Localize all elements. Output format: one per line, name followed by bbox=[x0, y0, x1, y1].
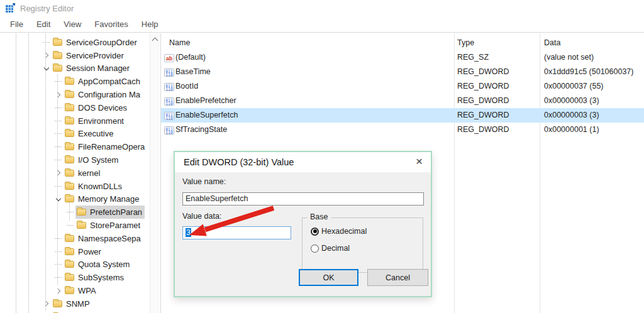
tree-item-prefetchparan[interactable]: PrefetchParan bbox=[0, 206, 150, 219]
tree-item-environment[interactable]: Environment bbox=[0, 114, 150, 128]
tree-item-filerenameopera[interactable]: FileRenameOpera bbox=[0, 140, 150, 153]
tree-item-i-o-system[interactable]: I/O System bbox=[0, 153, 150, 167]
menu-item-favorites[interactable]: Favorites bbox=[89, 18, 133, 30]
tree-item-serviceprovider[interactable]: ServiceProvider bbox=[0, 49, 150, 62]
registry-tree-pane: ServiceGroupOrderServiceProviderSession … bbox=[0, 33, 150, 313]
list-row-default[interactable]: ab (Default)REG_SZ(value not set) bbox=[161, 50, 644, 65]
tree-item-storeparamet[interactable]: StoreParamet bbox=[0, 219, 150, 232]
tree-scrollbar[interactable] bbox=[150, 33, 160, 313]
cell-type: REG_DWORD bbox=[457, 94, 509, 108]
cancel-button[interactable]: Cancel bbox=[367, 269, 428, 286]
tree-connector bbox=[53, 114, 64, 128]
list-row-bootid[interactable]: 011 110 BootIdREG_DWORD0x00000037 (55) bbox=[161, 79, 644, 94]
tree-item-appcompatcach[interactable]: AppCompatCach bbox=[0, 75, 150, 88]
menu-item-file[interactable]: File bbox=[5, 18, 28, 30]
reg-string-glyph: ab bbox=[164, 54, 174, 62]
svg-text:110: 110 bbox=[165, 130, 173, 135]
folder-icon bbox=[65, 91, 74, 98]
tree-item-label: Session Manager bbox=[66, 63, 130, 73]
folder-icon bbox=[53, 39, 62, 46]
radio-label: Hexadecimal bbox=[321, 227, 367, 236]
tree-item-dos-devices[interactable]: DOS Devices bbox=[0, 101, 150, 114]
radio-option-decimal[interactable]: Decimal bbox=[311, 243, 350, 253]
tree-item-memory-manage[interactable]: Memory Manage bbox=[0, 193, 150, 206]
cell-data: 0x00000037 (55) bbox=[544, 79, 604, 94]
scrollbar-up-icon[interactable] bbox=[152, 38, 158, 44]
tree-item-label: AppCompatCach bbox=[78, 77, 140, 86]
tree-item-label: kernel bbox=[78, 168, 100, 178]
close-icon[interactable]: × bbox=[416, 155, 423, 168]
list-row-enablesuperfetch[interactable]: 011 110 EnableSuperfetchREG_DWORD0x00000… bbox=[161, 108, 644, 123]
chevron-down-icon[interactable] bbox=[53, 193, 64, 206]
tree-item-executive[interactable]: Executive bbox=[0, 128, 150, 141]
folder-icon bbox=[65, 235, 74, 242]
cell-name: SfTracingState bbox=[175, 123, 227, 137]
folder-icon bbox=[65, 118, 74, 124]
chevron-right-icon[interactable] bbox=[53, 284, 64, 297]
base-groupbox-label: Base bbox=[308, 212, 331, 221]
value-data-field[interactable]: 3 bbox=[182, 226, 291, 239]
tree: ServiceGroupOrderServiceProviderSession … bbox=[0, 36, 150, 313]
tree-item-label: DOS Devices bbox=[78, 103, 127, 113]
reg-dword-icon: 011 110 bbox=[164, 68, 174, 76]
chevron-right-icon[interactable] bbox=[53, 167, 64, 180]
tree-item-label: ServiceGroupOrder bbox=[66, 38, 137, 47]
chevron-right-icon[interactable] bbox=[41, 49, 52, 62]
radio-option-hexadecimal[interactable]: Hexadecimal bbox=[311, 226, 367, 236]
tree-connector bbox=[53, 258, 64, 272]
tree-item-label: Quota System bbox=[78, 260, 130, 269]
folder-icon bbox=[65, 261, 74, 268]
chevron-right-icon[interactable] bbox=[41, 297, 52, 310]
tree-item-subsystems[interactable]: SubSystems bbox=[0, 271, 150, 284]
tree-item-wpa[interactable]: WPA bbox=[0, 284, 150, 297]
chevron-down-icon[interactable] bbox=[41, 62, 52, 75]
list-row-basetime[interactable]: 011 110 BaseTimeREG_DWORD0x1ddd91c5 (501… bbox=[161, 65, 644, 79]
tree-item-label: SNMP bbox=[66, 299, 90, 309]
tree-item-label: Executive bbox=[78, 129, 113, 138]
tree-item-power[interactable]: Power bbox=[0, 245, 150, 258]
tree-item-label: Environment bbox=[78, 116, 124, 126]
folder-icon bbox=[53, 52, 62, 59]
tree-item-configuration-ma[interactable]: Configuration Ma bbox=[0, 88, 150, 101]
list-header: Name Type Data bbox=[161, 35, 644, 51]
cell-data: 0x1ddd91c5 (501060037) bbox=[544, 65, 633, 79]
folder-icon bbox=[65, 195, 74, 202]
title-bar: Registry Editor bbox=[0, 0, 644, 16]
reg-dword-glyph: 011 110 bbox=[164, 97, 174, 106]
tree-item-quota-system[interactable]: Quota System bbox=[0, 258, 150, 272]
tree-item-knowndlls[interactable]: KnownDLLs bbox=[0, 180, 150, 193]
tree-item-namespacesepa[interactable]: NamespaceSepa bbox=[0, 232, 150, 245]
radio-checked-icon[interactable] bbox=[311, 228, 319, 236]
menu-item-view[interactable]: View bbox=[58, 18, 86, 30]
value-name-field[interactable]: EnableSuperfetch bbox=[182, 192, 424, 206]
folder-icon bbox=[65, 143, 74, 150]
tree-item-session-manager[interactable]: Session Manager bbox=[0, 62, 150, 75]
reg-dword-glyph: 011 110 bbox=[164, 83, 174, 91]
chevron-right-icon[interactable] bbox=[53, 88, 64, 101]
menu-item-edit[interactable]: Edit bbox=[31, 18, 55, 30]
tree-connector bbox=[53, 75, 64, 88]
dialog-title: Edit DWORD (32-bit) Value bbox=[184, 157, 294, 167]
radio-unchecked-icon[interactable] bbox=[311, 244, 319, 253]
list-row-enableprefetcher[interactable]: 011 110 EnablePrefetcherREG_DWORD0x00000… bbox=[161, 94, 644, 108]
dialog-title-bar[interactable]: Edit DWORD (32-bit) Value × bbox=[175, 152, 431, 172]
tree-item-partial[interactable] bbox=[0, 310, 150, 313]
tree-connector bbox=[53, 271, 64, 284]
value-name-label: Value name: bbox=[182, 177, 226, 186]
ok-button[interactable]: OK bbox=[299, 269, 358, 286]
column-header-type[interactable]: Type bbox=[457, 35, 474, 51]
menu-item-help[interactable]: Help bbox=[136, 18, 164, 30]
column-header-name[interactable]: Name bbox=[169, 35, 190, 51]
reg-dword-icon: 011 110 bbox=[164, 126, 174, 134]
list-row-sftracingstate[interactable]: 011 110 SfTracingStateREG_DWORD0x0000000… bbox=[161, 123, 644, 137]
cell-name: (Default) bbox=[175, 50, 206, 65]
list-rows: ab (Default)REG_SZ(value not set) 011 11… bbox=[161, 50, 644, 137]
svg-text:110: 110 bbox=[165, 116, 173, 120]
tree-item-label: KnownDLLs bbox=[78, 182, 122, 191]
column-header-data[interactable]: Data bbox=[544, 35, 560, 51]
tree-item-label: Memory Manage bbox=[78, 194, 140, 204]
tree-item-snmp[interactable]: SNMP bbox=[0, 297, 150, 310]
registry-editor-window: Registry Editor FileEditViewFavoritesHel… bbox=[0, 0, 644, 313]
tree-item-servicegrouporder[interactable]: ServiceGroupOrder bbox=[0, 36, 150, 49]
tree-item-kernel[interactable]: kernel bbox=[0, 167, 150, 180]
